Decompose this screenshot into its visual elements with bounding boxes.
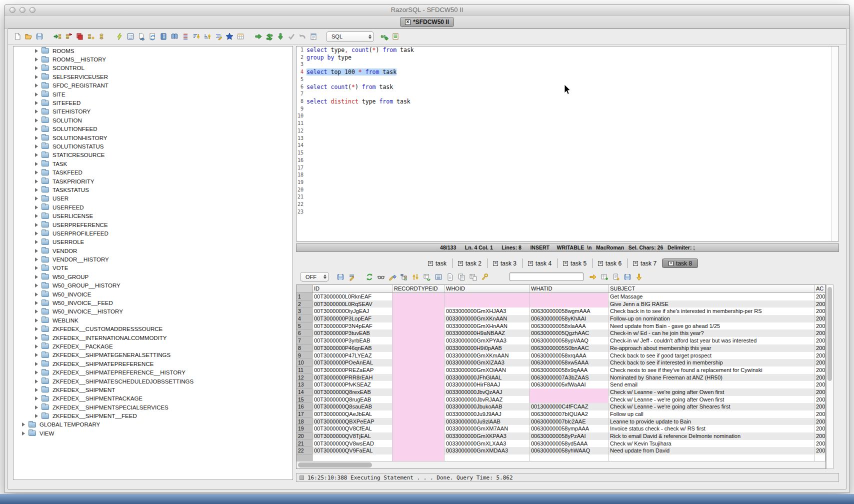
- expand-triangle-icon[interactable]: [35, 188, 38, 192]
- tree-item-task[interactable]: TASK: [14, 160, 292, 168]
- db-icon[interactable]: [96, 31, 107, 42]
- title-bar[interactable]: RazorSQL - SFDCW50 II: [4, 4, 850, 16]
- table-cell[interactable]: 0033000000JFhGlAAL: [444, 374, 530, 382]
- list-lines-icon[interactable]: [180, 31, 191, 42]
- table-cell[interactable]: 00T3000000QAeJbEAL: [312, 410, 392, 418]
- table-cell[interactable]: 006300000058ympAAA: [530, 425, 608, 432]
- tree-item-userprofilefeed[interactable]: USERPROFILEFEED: [14, 229, 292, 238]
- table-cell[interactable]: 0033000000GmXPYAA3: [444, 337, 530, 344]
- refresh-pages-icon[interactable]: [147, 31, 158, 42]
- table-cell[interactable]: 0033000000HirF8AAJ: [444, 381, 530, 388]
- row-number[interactable]: 9: [296, 352, 312, 360]
- result-tab-task[interactable]: task: [422, 258, 452, 268]
- expand-triangle-icon[interactable]: [35, 153, 38, 157]
- sort-arrows-icon[interactable]: [410, 272, 420, 282]
- tree-item-zkfedex-customaddresssource[interactable]: ZKFEDEX__CUSTOMADDRESSSOURCE: [14, 325, 292, 334]
- result-tab-task-2[interactable]: task 2: [452, 258, 488, 268]
- row-number[interactable]: 6: [296, 330, 312, 337]
- close-icon[interactable]: [458, 261, 463, 266]
- table-row[interactable]: 100T3000000L0RknEAFGet Massage200: [296, 293, 826, 300]
- table-cell[interactable]: 00T3000000QV8wsEAD: [312, 440, 392, 448]
- row-number[interactable]: 2: [296, 300, 312, 308]
- table-cell[interactable]: 006300000058yhWAAQ: [530, 447, 608, 454]
- table-row[interactable]: 300T3000000OiyJgEAJ0033000000GmXHJAA3006…: [296, 308, 826, 315]
- tree-item-solution[interactable]: SOLUTION: [14, 116, 292, 124]
- expand-triangle-icon[interactable]: [35, 284, 38, 288]
- expand-triangle-icon[interactable]: [35, 388, 38, 392]
- tree-item-userrole[interactable]: USERROLE: [14, 238, 292, 246]
- editor-line-12[interactable]: 12: [296, 128, 838, 135]
- table-cell[interactable]: Nominated by Shane Freeman at ANZ (HR50): [608, 374, 814, 382]
- table-cell[interactable]: 00T3000000PfvKSEAZ: [312, 381, 392, 388]
- download-arrow-icon[interactable]: [634, 272, 644, 282]
- copy-pages-icon[interactable]: [456, 272, 466, 282]
- table-cell[interactable]: [392, 374, 444, 382]
- expand-triangle-icon[interactable]: [35, 118, 38, 122]
- editor-line-4[interactable]: 4select top 100 * from task: [296, 68, 838, 76]
- editor-line-8[interactable]: 8select distinct type from task: [296, 98, 838, 106]
- table-cell[interactable]: 006300000058yd5AAA: [530, 440, 608, 448]
- table-cell[interactable]: 200: [814, 432, 826, 440]
- table-cell[interactable]: Re-approach about membership this year: [608, 344, 814, 352]
- expand-triangle-icon[interactable]: [35, 266, 38, 270]
- result-tab-task-7[interactable]: task 7: [628, 258, 662, 268]
- table-cell[interactable]: [392, 352, 444, 360]
- table-cell[interactable]: Leanne to provide update to Bain: [608, 418, 814, 426]
- row-number[interactable]: 16: [296, 403, 312, 410]
- table-row[interactable]: 2100T3000000QV8wsEAD0033000000GmXLXAA300…: [296, 440, 826, 448]
- table-cell[interactable]: Get Massage: [608, 293, 814, 300]
- editor-line-19[interactable]: 19: [296, 179, 838, 186]
- table-cell[interactable]: 00T3000000QV8TjEAL: [312, 432, 392, 440]
- table-cell[interactable]: 00T3000000P47LYEAZ: [312, 352, 392, 360]
- expand-triangle-icon[interactable]: [35, 310, 38, 314]
- go-down-icon[interactable]: [275, 31, 286, 42]
- editor-line-5[interactable]: 5: [296, 76, 838, 84]
- expand-triangle-icon[interactable]: [35, 58, 38, 62]
- tree-item-userfeed[interactable]: USERFEED: [14, 203, 292, 212]
- table-cell[interactable]: 00630000005S0bnAAC: [530, 344, 608, 352]
- editor-line-20[interactable]: 20: [296, 186, 838, 194]
- page-view-icon[interactable]: [444, 272, 455, 282]
- tree-item-zkfedex-internationalcommodity[interactable]: ZKFEDEX__INTERNATIONALCOMMODITY: [14, 334, 292, 342]
- table-cell[interactable]: 200: [814, 410, 826, 418]
- tree-item-vote[interactable]: VOTE: [14, 264, 292, 272]
- table-cell[interactable]: 00630000005xfWaAAI: [530, 381, 608, 388]
- table-cell[interactable]: 0033000000GmXHnAAN: [444, 322, 530, 330]
- tree-item-solutionstatus[interactable]: SOLUTIONSTATUS: [14, 142, 292, 150]
- results-table[interactable]: IDRECORDTYPEIDWHOIDWHATIDSUBJECTAC 100T3…: [296, 284, 826, 469]
- table-cell[interactable]: 00T3000000P3N4pEAF: [312, 322, 392, 330]
- table-cell[interactable]: 200: [814, 388, 826, 396]
- results-search-input[interactable]: [510, 272, 584, 281]
- table-row[interactable]: 1700T3000000QAeJbEAL0033000000Ju9J9AAJ00…: [296, 410, 826, 418]
- row-number[interactable]: 11: [296, 366, 312, 374]
- row-limit-select[interactable]: OFF: [300, 272, 329, 282]
- editor-line-10[interactable]: 10: [296, 112, 838, 120]
- tree-item-taskfeed[interactable]: TASKFEED: [14, 168, 292, 176]
- go-arrow-icon[interactable]: [588, 272, 598, 282]
- table-cell[interactable]: [392, 425, 444, 432]
- table-cell[interactable]: 0033000000JbvQzAAJ: [444, 388, 530, 396]
- table-cell[interactable]: Check nexis to see if they've found a re…: [608, 366, 814, 374]
- table-row[interactable]: 1500T3000000Q8rugEAB0033000000JbvRJAAZCh…: [296, 396, 826, 404]
- tree-item-selfserviceuser[interactable]: SELFSERVICEUSER: [14, 72, 292, 81]
- close-icon[interactable]: [668, 261, 674, 266]
- tree-item-userlicense[interactable]: USERLICENSE: [14, 212, 292, 220]
- expand-triangle-icon[interactable]: [22, 432, 25, 436]
- table-cell[interactable]: [392, 344, 444, 352]
- table-add-icon[interactable]: [599, 272, 610, 282]
- column-header-whatid[interactable]: WHATID: [530, 285, 608, 292]
- sql-editor[interactable]: 1select type, count(*) from task2group b…: [296, 46, 839, 242]
- paste-red-icon[interactable]: [74, 31, 85, 42]
- table-row[interactable]: 600T3000000P3tuvEAB0033000000H9aNBAAZ006…: [296, 330, 826, 337]
- go-right-icon[interactable]: [253, 31, 264, 42]
- expand-triangle-icon[interactable]: [35, 249, 38, 253]
- table-cell[interactable]: Follow-up on nomination: [608, 315, 814, 322]
- execute-icon[interactable]: [114, 31, 125, 42]
- connect-icon[interactable]: [52, 31, 63, 42]
- table-cell[interactable]: 200: [814, 293, 826, 300]
- table-cell[interactable]: 00T3000000Q8sauEAB: [312, 403, 392, 410]
- table-row[interactable]: 2000T3000000QV8TjEAL0033000000GmXKPAA300…: [296, 432, 826, 440]
- expand-triangle-icon[interactable]: [35, 318, 38, 322]
- editor-line-17[interactable]: 17: [296, 164, 838, 172]
- row-number[interactable]: 17: [296, 410, 312, 418]
